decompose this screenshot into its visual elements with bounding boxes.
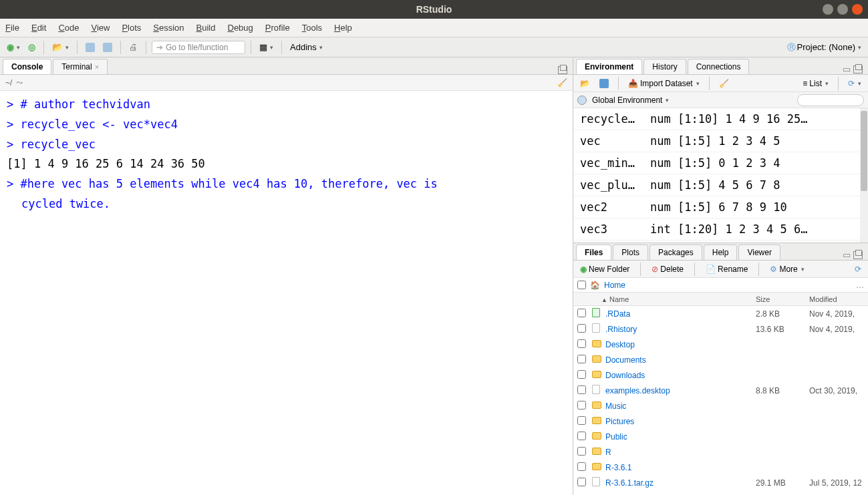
menu-plots[interactable]: Plots [122,23,141,33]
menu-view[interactable]: View [91,23,110,33]
file-row[interactable]: examples.desktop8.8 KBOct 30, 2019, [573,383,868,398]
tab-viewer[interactable]: Viewer [738,244,780,260]
file-checkbox[interactable] [577,309,586,317]
more-button[interactable]: ⚙ More▾ [767,263,807,275]
save-button[interactable] [83,41,98,53]
env-variable-row[interactable]: vec2num [1:5] 6 7 8 9 10 [573,196,868,218]
project-button[interactable]: Ⓡ Project: (None)▾ [784,40,864,55]
tab-connections[interactable]: Connections [688,59,750,74]
file-name[interactable]: Downloads [605,371,756,380]
env-variable-row[interactable]: vec_plu…num [1:5] 4 5 6 7 8 [573,174,868,196]
pane-layout-icon[interactable] [853,65,863,73]
col-modified[interactable]: Modified [809,295,868,303]
new-project-button[interactable]: ◎ [25,41,38,53]
menu-edit[interactable]: Edit [31,23,46,33]
home-icon[interactable]: 🏠 [590,281,600,290]
file-checkbox[interactable] [577,447,586,456]
file-checkbox[interactable] [577,385,586,394]
menu-tools[interactable]: Tools [302,23,322,33]
file-name[interactable]: R [605,448,756,457]
tab-history[interactable]: History [643,59,686,74]
menu-code[interactable]: Code [58,23,79,33]
file-checkbox[interactable] [577,432,586,440]
tab-plots[interactable]: Plots [613,244,648,260]
menu-session[interactable]: Session [153,23,184,33]
file-name[interactable]: examples.desktop [605,386,756,395]
save-all-button[interactable] [100,41,115,53]
file-checkbox[interactable] [577,462,586,471]
goto-file-input[interactable]: ➔ Go to file/function [152,41,245,54]
rename-button[interactable]: 📄 Rename [703,263,750,275]
file-name[interactable]: Music [605,401,756,411]
file-name[interactable]: R-3.6.1.tar.gz [605,478,756,488]
file-name[interactable]: Documents [605,355,756,365]
refresh-files-button[interactable]: ⟳ [852,263,864,275]
tab-console[interactable]: Console [3,59,51,74]
file-row[interactable]: Downloads [573,367,868,383]
file-checkbox[interactable] [577,416,586,425]
file-row[interactable]: Public [573,429,868,444]
minimize-pane-icon[interactable]: ▭ [843,250,851,260]
pane-layout-icon[interactable] [853,251,863,259]
new-file-button[interactable]: ◉▾ [4,41,23,53]
tab-files[interactable]: Files [576,244,611,260]
file-row[interactable]: .Rhistory13.6 KBNov 4, 2019, [573,321,868,337]
tab-terminal[interactable]: Terminal× [53,59,108,74]
file-name[interactable]: Pictures [605,417,756,426]
file-checkbox[interactable] [577,401,586,409]
env-variable-row[interactable]: vec_min…num [1:5] 0 1 2 3 4 [573,152,868,174]
file-checkbox[interactable] [577,339,586,348]
clear-env-button[interactable]: 🧹 [716,77,732,90]
file-checkbox[interactable] [577,355,586,363]
path-more-button[interactable]: … [856,281,864,290]
tab-packages[interactable]: Packages [649,244,702,260]
file-row[interactable]: R-3.6.1.tar.gz29.1 MBJul 5, 2019, 12 [573,475,868,490]
menu-file[interactable]: File [5,23,19,33]
env-variable-row[interactable]: vecnum [1:5] 1 2 3 4 5 [573,130,868,152]
file-checkbox[interactable] [577,370,586,379]
select-all-checkbox[interactable] [577,281,586,289]
env-search-input[interactable] [797,94,864,106]
minimize-pane-icon[interactable]: ▭ [843,64,851,74]
file-row[interactable]: R-3.6.1 [573,460,868,475]
clear-console-icon[interactable]: 🧹 [557,78,567,88]
tab-help[interactable]: Help [704,244,738,260]
scrollbar[interactable] [860,108,868,242]
file-name[interactable]: Public [605,432,756,442]
console-output[interactable]: > # author techvidvan> recycle_vec <- ve… [0,91,573,495]
menu-profile[interactable]: Profile [265,23,290,33]
file-name[interactable]: .RData [605,309,756,319]
load-workspace-button[interactable]: 📂 [577,77,593,90]
delete-button[interactable]: ⊘ Delete [649,263,686,275]
col-size[interactable]: Size [756,295,809,303]
menu-build[interactable]: Build [196,23,216,33]
file-checkbox[interactable] [577,324,586,333]
env-variable-row[interactable]: recycle…num [1:10] 1 4 9 16 25… [573,108,868,130]
open-file-button[interactable]: 📂▾ [49,41,71,53]
file-name[interactable]: Desktop [605,340,756,349]
file-row[interactable]: Pictures [573,414,868,429]
menu-help[interactable]: Help [334,23,352,33]
menu-debug[interactable]: Debug [228,23,253,33]
list-view-button[interactable]: ≡ List▾ [800,77,831,90]
col-name[interactable]: Name [609,295,629,303]
import-dataset-button[interactable]: 📥 Import Dataset▾ [625,77,702,90]
pane-layout-icon[interactable] [558,66,567,74]
path-home-link[interactable]: Home [604,281,625,290]
env-variable-row[interactable]: vec3int [1:20] 1 2 3 4 5 6… [573,218,868,240]
file-row[interactable]: Music [573,398,868,414]
close-button[interactable] [852,4,863,15]
scope-selector[interactable]: Global Environment▾ [589,94,672,106]
console-share-icon[interactable]: ⤳ [16,78,23,88]
file-row[interactable]: Documents [573,352,868,367]
close-icon[interactable]: × [95,63,99,71]
file-name[interactable]: .Rhistory [605,325,756,334]
refresh-env-button[interactable]: ⟳▾ [845,77,864,90]
file-checkbox[interactable] [577,478,586,486]
file-row[interactable]: .RData2.8 KBNov 4, 2019, [573,306,868,321]
save-workspace-button[interactable] [597,77,611,90]
maximize-button[interactable] [837,4,848,15]
file-name[interactable]: R-3.6.1 [605,463,756,472]
file-row[interactable]: R [573,444,868,460]
file-row[interactable]: Desktop [573,337,868,352]
